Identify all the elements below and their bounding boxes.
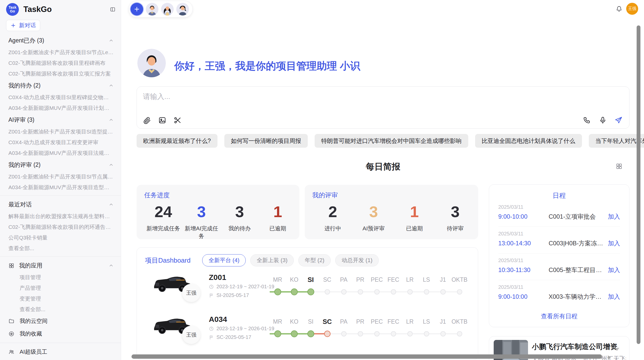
- dashboard-tab[interactable]: 全新平台 (4): [202, 254, 246, 266]
- grid-icon: [8, 263, 14, 269]
- milestone-node-PR[interactable]: [358, 289, 363, 295]
- user-avatar[interactable]: 王强: [626, 3, 638, 15]
- image-upload-icon[interactable]: [158, 116, 166, 124]
- milestone-node-OKTB[interactable]: [457, 289, 462, 295]
- attachment-icon[interactable]: [143, 116, 151, 124]
- stat-value: 3: [182, 203, 221, 221]
- suggestion-chip[interactable]: 比亚迪全固态电池计划具体说了什么: [475, 134, 582, 148]
- view-all-apps-link[interactable]: 查看全部...: [0, 304, 121, 315]
- schedule-date: 2025/03/11: [498, 204, 620, 210]
- milestone-node-LS[interactable]: [424, 289, 429, 295]
- milestone-node-KO[interactable]: [291, 289, 298, 295]
- sidebar-section-header[interactable]: Agent已办 (3): [0, 34, 121, 47]
- voice-call-icon[interactable]: [583, 116, 591, 124]
- milestone-node-SC[interactable]: [325, 289, 330, 295]
- prompt-input[interactable]: [142, 91, 550, 113]
- sidebar-task-item[interactable]: C0X4-动力总成开发项目工程变更评审: [0, 137, 121, 148]
- milestone-node-KO[interactable]: [291, 331, 298, 337]
- join-meeting-link[interactable]: 加入: [608, 293, 620, 301]
- dashboard-tab[interactable]: 年型 (2): [298, 254, 331, 266]
- project-row[interactable]: 王强A0342023-12-19 ~ 2026-01-19SC-2025-05-…: [137, 314, 478, 355]
- join-meeting-link[interactable]: 加入: [608, 239, 620, 247]
- suggestion-chip[interactable]: 如何写一份清晰的项目周报: [224, 134, 308, 148]
- milestone-node-MR[interactable]: [274, 331, 281, 337]
- milestone-node-J1[interactable]: [440, 289, 446, 295]
- dashboard-tab[interactable]: 全新上装 (3): [250, 254, 294, 266]
- assistant-avatar: [137, 49, 166, 77]
- sidebar-app-item[interactable]: 项目管理: [0, 272, 121, 283]
- milestone-node-LR[interactable]: [407, 289, 413, 295]
- schedule-date: 2025/03/11: [498, 284, 620, 290]
- sidebar-tool-item[interactable]: AI超级员工: [0, 346, 121, 358]
- sidebar-section-header[interactable]: 我的待办 (2): [0, 79, 121, 92]
- microphone-icon[interactable]: [599, 116, 607, 124]
- milestone-node-OKTB[interactable]: [457, 331, 462, 337]
- sidebar-task-item[interactable]: Z001-全新燃油皮卡产品开发项目SI节点Lesson Learn报告: [0, 47, 121, 58]
- milestone-node-J1[interactable]: [440, 331, 446, 337]
- sidebar-divider: [0, 195, 121, 196]
- sidebar-recent-item[interactable]: 解释最新出台的欧盟报废车法规再生塑料比例被调至15%...: [0, 211, 121, 222]
- milestone-label-PEC: PEC: [369, 317, 385, 327]
- screenshot-scissors-icon[interactable]: [173, 116, 182, 124]
- milestone-node-PA[interactable]: [341, 331, 346, 337]
- view-all-chats-link[interactable]: 查看全部...: [0, 243, 121, 254]
- sidebar-app-item[interactable]: 产品管理: [0, 283, 121, 293]
- scroll-down-arrow-icon[interactable]: [615, 348, 619, 351]
- sidebar-task-item[interactable]: A034-全新新能源MUV产品开发项目计划变更表编写: [0, 103, 121, 113]
- milestone-node-PA[interactable]: [341, 289, 346, 295]
- milestone-node-LR[interactable]: [407, 331, 413, 337]
- milestone-node-FEC[interactable]: [391, 331, 396, 337]
- suggestion-chip[interactable]: 欧洲新规最近颁布了什么?: [137, 134, 217, 148]
- sidebar-tool-item[interactable]: 帮我写作: [0, 358, 121, 360]
- join-meeting-link[interactable]: 加入: [608, 266, 620, 274]
- sidebar-collapse-icon[interactable]: [110, 6, 116, 12]
- sidebar-link-cloud-folder[interactable]: 我的云空间: [0, 315, 121, 327]
- milestone-node-SI[interactable]: [307, 289, 314, 295]
- sidebar-recent-item[interactable]: 公司Q3轻卡销量: [0, 232, 121, 243]
- suggestion-chip[interactable]: 特朗普可能对进口汽车增税会对中国车企造成哪些影响: [315, 134, 468, 148]
- milestone-node-PEC[interactable]: [374, 289, 379, 295]
- sidebar-task-item[interactable]: A034-全新新能源MUV产品开发项目造型可行性评审: [0, 182, 121, 193]
- sidebar-task-item[interactable]: A034-全新新能源MUV产品开发项目法规符合性评审: [0, 148, 121, 158]
- send-icon[interactable]: [614, 116, 623, 124]
- add-member-button[interactable]: [130, 3, 143, 16]
- stat-label: 进行中: [312, 225, 353, 232]
- project-owner-avatar: 王强: [182, 284, 200, 302]
- notification-bell-icon[interactable]: [616, 6, 622, 12]
- milestone-node-LS[interactable]: [424, 331, 429, 337]
- milestone-node-FEC[interactable]: [391, 289, 396, 295]
- sidebar-task-item[interactable]: C02-飞腾新能源轻客改款项目里程碑画布: [0, 58, 121, 68]
- join-meeting-link[interactable]: 加入: [608, 213, 620, 221]
- dashboard-tab[interactable]: 动总开发 (1): [335, 254, 379, 266]
- sidebar-link-star-badge[interactable]: 我的收藏: [0, 327, 121, 340]
- view-all-schedule-link[interactable]: 查看所有日程: [498, 312, 620, 320]
- new-chat-button[interactable]: 新对话: [6, 20, 40, 31]
- layout-grid-icon[interactable]: [616, 163, 623, 170]
- chevron-up-icon: [109, 202, 114, 207]
- sidebar-task-item[interactable]: Z001-全新燃油轻卡产品开发项目SI造型提交物评审: [0, 126, 121, 137]
- scroll-right-arrow-icon[interactable]: [608, 355, 611, 359]
- sidebar-section-header[interactable]: 我的应用: [0, 259, 121, 272]
- sidebar-app-item[interactable]: 变更管理: [0, 293, 121, 304]
- sidebar-section-header[interactable]: AI评审 (3): [0, 113, 121, 126]
- milestone-node-SC[interactable]: [324, 331, 330, 337]
- member-avatar[interactable]: [146, 3, 158, 16]
- vertical-scrollbar[interactable]: [637, 25, 640, 344]
- milestone-node-MR[interactable]: [274, 289, 281, 295]
- member-avatar[interactable]: [161, 3, 174, 16]
- sidebar-task-item[interactable]: C02-飞腾新能源轻客改款项目立项汇报方案: [0, 68, 121, 79]
- member-avatar[interactable]: [176, 3, 189, 16]
- sidebar-section-header[interactable]: 最近对话: [0, 198, 121, 211]
- sidebar-task-item[interactable]: Z001-全新燃油轻卡产品开发项目SI节点属性5D文件评审: [0, 171, 121, 182]
- sidebar-section-header[interactable]: 我的评审 (2): [0, 158, 121, 171]
- sidebar-section-title: 我的待办 (2): [8, 82, 41, 89]
- milestone-node-SI[interactable]: [307, 331, 314, 337]
- milestone-node-PR[interactable]: [358, 331, 363, 337]
- project-row[interactable]: 王强Z0012023-12-19 ~ 2027-01-19SI-2025-05-…: [137, 272, 478, 313]
- clock-icon: [209, 326, 214, 331]
- sidebar-task-item[interactable]: C0X4-动力总成开发项目SI里程碑提交物检查: [0, 92, 121, 103]
- horizontal-scrollbar[interactable]: [131, 354, 602, 359]
- milestone-node-PEC[interactable]: [374, 331, 379, 337]
- suggestion-chip[interactable]: 当下年轻人对汽车外观有怎样的喜好趋势: [589, 134, 644, 148]
- sidebar-recent-item[interactable]: C02-飞腾新能源轻客改款项目的闭环通告反馈情况: [0, 222, 121, 232]
